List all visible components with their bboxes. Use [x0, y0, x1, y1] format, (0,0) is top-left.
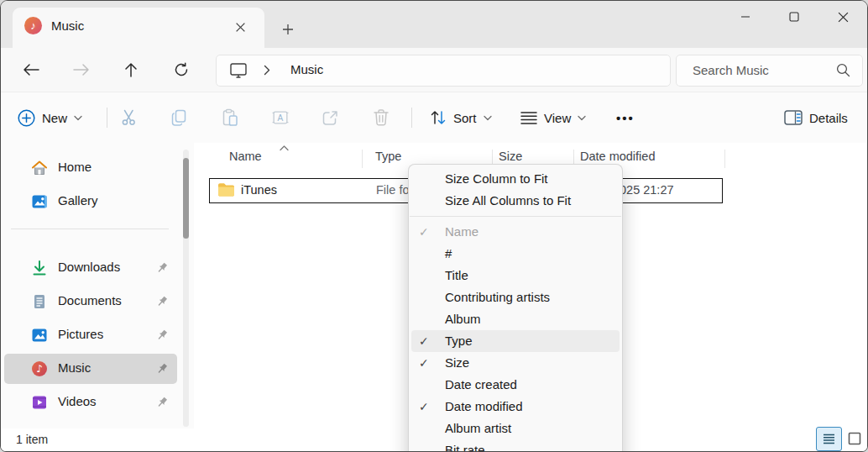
sidebar-item-label: Gallery	[58, 193, 98, 208]
breadcrumb-location[interactable]: Music	[290, 62, 323, 76]
new-button-label: New	[42, 111, 67, 125]
menu-item-bit-rate[interactable]: ✓Bit rate	[411, 439, 620, 452]
view-button-label: View	[544, 111, 571, 125]
sidebar-item-gallery[interactable]: Gallery	[4, 187, 177, 217]
music-icon: ♪	[31, 360, 48, 377]
details-pane-button[interactable]: Details	[777, 102, 855, 133]
item-count: 1 item	[16, 433, 48, 446]
sidebar-item-label: Home	[58, 160, 92, 174]
thumbnails-view-icon	[848, 432, 861, 445]
sidebar-item-documents[interactable]: Documents	[4, 286, 177, 317]
search-placeholder: Search Music	[693, 63, 769, 77]
menu-item-date-created[interactable]: ✓Date created	[411, 374, 620, 396]
menu-item-album-artist[interactable]: ✓Album artist	[411, 418, 620, 439]
check-icon: ✓	[419, 330, 429, 352]
gallery-icon	[31, 193, 48, 210]
details-pane-icon	[784, 110, 803, 125]
column-divider[interactable]	[724, 150, 725, 168]
menu-item-size-all-columns-to-fit[interactable]: Size All Columns to Fit	[411, 190, 620, 212]
this-pc-monitor-icon[interactable]	[228, 61, 248, 80]
forward-button[interactable]	[67, 56, 96, 83]
search-box[interactable]: Search Music	[676, 55, 863, 87]
menu-item-name[interactable]: ✓Name	[411, 221, 620, 243]
new-button[interactable]: New	[11, 102, 89, 133]
minimize-button[interactable]	[721, 1, 770, 33]
column-header-size[interactable]: Size	[499, 150, 522, 163]
column-divider[interactable]	[362, 150, 363, 168]
sort-button[interactable]: Sort	[423, 102, 499, 133]
home-icon	[31, 160, 48, 176]
menu-item-size-column-to-fit[interactable]: Size Column to Fit	[411, 168, 620, 190]
delete-icon[interactable]	[371, 108, 391, 128]
details-view-toggle[interactable]	[816, 427, 842, 451]
check-icon: ✓	[419, 396, 429, 418]
pictures-icon	[31, 327, 48, 344]
pin-icon	[156, 328, 169, 341]
tab-music[interactable]: ♪ Music	[13, 8, 264, 48]
maximize-button[interactable]	[770, 1, 818, 33]
menu-item-title[interactable]: ✓Title	[411, 265, 620, 286]
refresh-button[interactable]	[167, 56, 196, 83]
plus-circle-icon	[18, 109, 35, 127]
column-header-name[interactable]: Name	[229, 150, 262, 163]
close-tab-icon[interactable]	[229, 16, 251, 38]
menu-item-number[interactable]: ✓#	[411, 243, 620, 265]
check-icon: ✓	[419, 221, 429, 243]
sidebar-item-downloads[interactable]: Downloads	[4, 253, 177, 283]
menu-item-date-modified[interactable]: ✓Date modified	[411, 396, 620, 418]
thumbnails-view-toggle[interactable]	[845, 429, 863, 447]
cut-icon[interactable]	[119, 108, 139, 128]
documents-icon	[31, 293, 48, 310]
details-view-icon	[823, 434, 835, 444]
copy-icon[interactable]	[170, 108, 190, 128]
paste-icon[interactable]	[220, 108, 240, 128]
sidebar-item-videos[interactable]: Videos	[4, 387, 177, 418]
chevron-down-icon	[74, 115, 82, 121]
pin-icon	[156, 261, 169, 274]
videos-icon	[31, 394, 48, 411]
breadcrumb-chevron-icon[interactable]	[264, 65, 270, 76]
menu-item-size[interactable]: ✓Size	[411, 352, 620, 374]
rename-icon[interactable]: A	[270, 108, 290, 128]
sidebar-item-home[interactable]: Home	[4, 153, 177, 183]
sidebar-item-music[interactable]: ♪ Music	[4, 354, 177, 384]
sort-arrows-icon	[430, 110, 447, 125]
window-controls	[721, 1, 867, 34]
column-header-type[interactable]: Type	[375, 150, 401, 163]
file-name: iTunes	[241, 183, 277, 197]
up-button[interactable]	[117, 56, 145, 83]
menu-divider	[410, 216, 621, 217]
menu-item-contributing-artists[interactable]: ✓Contributing artists	[411, 286, 620, 308]
address-bar[interactable]: Music	[216, 55, 671, 87]
view-button[interactable]: View	[514, 102, 593, 133]
navigation-pane: Home Gallery Downloads Documents	[1, 143, 194, 428]
menu-item-album[interactable]: ✓Album	[411, 308, 620, 330]
view-list-icon	[520, 111, 537, 124]
ellipsis-icon: •••	[616, 111, 635, 125]
search-icon[interactable]	[836, 63, 850, 77]
chevron-down-icon	[578, 115, 586, 121]
music-note-icon: ♪	[24, 17, 42, 34]
chevron-down-icon	[484, 115, 492, 121]
sort-button-label: Sort	[453, 111, 477, 125]
sidebar-scrollbar[interactable]	[183, 150, 189, 427]
tab-bar: ♪ Music	[1, 1, 867, 48]
pin-icon	[156, 362, 169, 375]
sidebar-item-label: Documents	[58, 293, 122, 307]
column-header-date-modified[interactable]: Date modified	[580, 150, 655, 163]
svg-text:♪: ♪	[36, 363, 43, 375]
folder-icon	[217, 182, 235, 197]
pin-icon	[156, 295, 169, 307]
sidebar-item-label: Downloads	[58, 260, 120, 274]
command-toolbar: New A Sort View	[1, 92, 867, 144]
column-header-context-menu: Size Column to Fit Size All Columns to F…	[408, 164, 623, 452]
close-button[interactable]	[818, 1, 867, 33]
menu-item-type[interactable]: ✓Type	[411, 330, 620, 352]
back-button[interactable]	[17, 56, 45, 83]
scrollbar-thumb[interactable]	[183, 158, 189, 239]
new-tab-button[interactable]	[276, 18, 300, 41]
more-options-button[interactable]: •••	[609, 102, 641, 133]
share-icon[interactable]	[321, 108, 341, 128]
sidebar-item-label: Music	[58, 360, 91, 375]
sidebar-item-pictures[interactable]: Pictures	[4, 320, 177, 350]
